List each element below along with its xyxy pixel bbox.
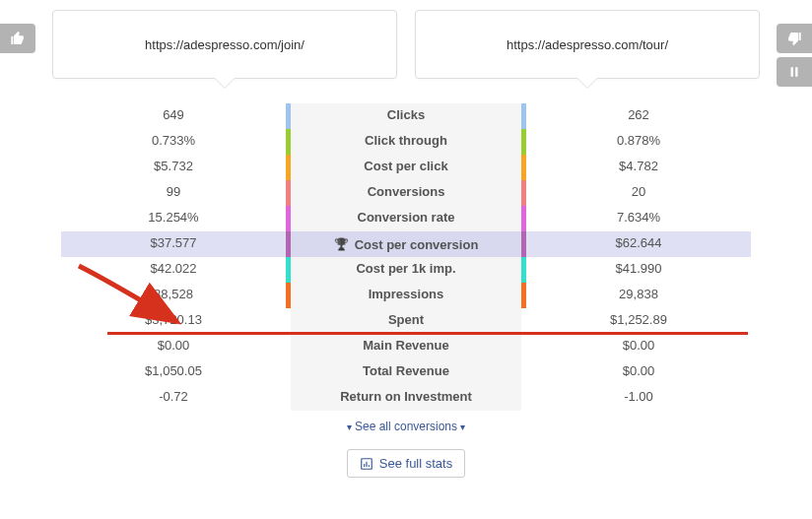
thumbs-down-button[interactable] [777,24,812,53]
table-row: $3,720.13Spent$1,252.89 [61,308,751,334]
metric-label: Conversions [291,180,521,206]
url-card-right: https://adespresso.com/tour/ [415,10,760,79]
value-right: 0.878% [526,129,751,155]
value-right: 7.634% [526,206,751,231]
value-left: 0.733% [61,129,286,155]
value-right: 20 [526,180,751,206]
value-left: $5.732 [61,155,286,180]
table-row: 0.733%Click through0.878% [61,129,751,155]
value-left: $1,050.05 [61,359,286,385]
thumbs-up-icon [10,31,26,46]
table-row: $5.732Cost per click$4.782 [61,155,751,180]
metric-label: Clicks [291,103,521,129]
metric-label: Conversion rate [291,206,521,231]
url-card-left: https://adespresso.com/join/ [52,10,397,79]
pause-icon [787,65,801,79]
table-row: $0.00Main Revenue$0.00 [61,334,751,359]
metric-label: Cost per 1k imp. [291,257,521,283]
value-left: -0.72 [61,385,286,411]
table-row: -0.72Return on Investment-1.00 [61,385,751,411]
see-all-conversions-link[interactable]: See all conversions [347,420,465,433]
see-full-stats-button[interactable]: See full stats [347,449,465,478]
thumbs-down-icon [786,31,802,46]
value-left: $37.577 [61,231,286,257]
value-right: 262 [526,103,751,129]
metric-label: Spent [291,308,521,334]
url-left: https://adespresso.com/join/ [145,37,304,52]
table-row: $37.577🏆Cost per conversion$62.644 [61,231,751,257]
value-right: $4.782 [526,155,751,180]
see-all-wrap: See all conversions [0,419,812,433]
full-stats-label: See full stats [379,456,452,471]
table-row: 649Clicks262 [61,103,751,129]
metric-label: Impressions [291,283,521,308]
thumbs-up-button[interactable] [0,24,35,53]
table-row: $42.022Cost per 1k imp.$41.990 [61,257,751,283]
value-left: $42.022 [61,257,286,283]
metric-label: Return on Investment [291,385,521,411]
metric-label: Click through [291,129,521,155]
table-row: $1,050.05Total Revenue$0.00 [61,359,751,385]
value-right: $0.00 [526,334,751,359]
metric-label: Main Revenue [291,334,521,359]
value-left: 15.254% [61,206,286,231]
bar-chart-icon [360,457,373,471]
table-row: 88,528Impressions29,838 [61,283,751,308]
value-right: -1.00 [526,385,751,411]
value-left: $3,720.13 [61,308,286,334]
value-left: 88,528 [61,283,286,308]
value-right: $1,252.89 [526,308,751,334]
value-left: 649 [61,103,286,129]
value-right: $62.644 [526,231,751,257]
value-left: $0.00 [61,334,286,359]
value-right: $0.00 [526,359,751,385]
value-right: $41.990 [526,257,751,283]
table-row: 15.254%Conversion rate7.634% [61,206,751,231]
table-row: 99Conversions20 [61,180,751,206]
metric-label: Total Revenue [291,359,521,385]
value-left: 99 [61,180,286,206]
metric-label: Cost per click [291,155,521,180]
url-right: https://adespresso.com/tour/ [507,37,668,52]
comparison-table: 649Clicks2620.733%Click through0.878%$5.… [61,103,751,411]
pause-button[interactable] [777,57,812,87]
annotation-underline [107,332,748,335]
trophy-icon: 🏆 [334,237,349,251]
value-right: 29,838 [526,283,751,308]
metric-label: 🏆Cost per conversion [291,231,521,257]
